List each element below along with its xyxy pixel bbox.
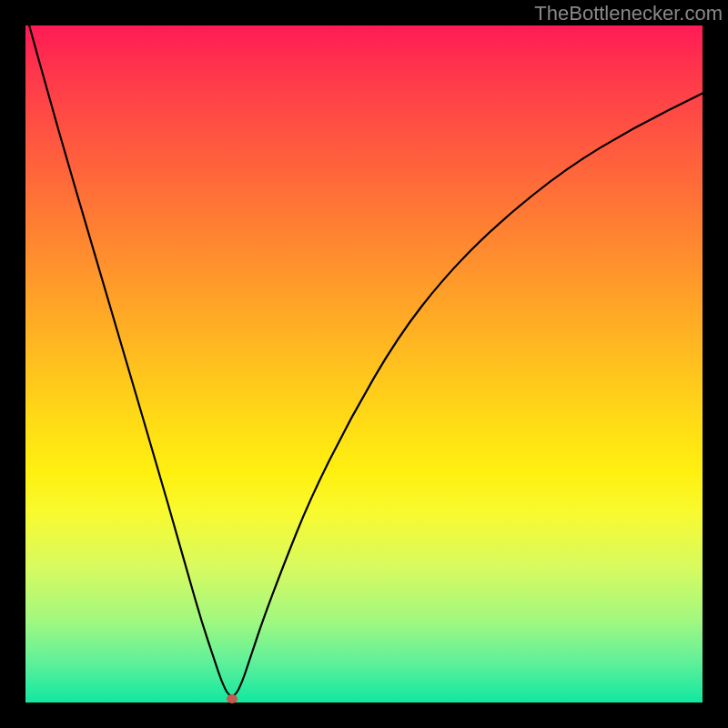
curve-svg — [25, 25, 703, 703]
bottleneck-curve — [25, 25, 703, 696]
chart-frame — [25, 25, 703, 703]
attribution-text: TheBottlenecker.com — [534, 2, 723, 25]
optimum-marker — [227, 694, 238, 703]
